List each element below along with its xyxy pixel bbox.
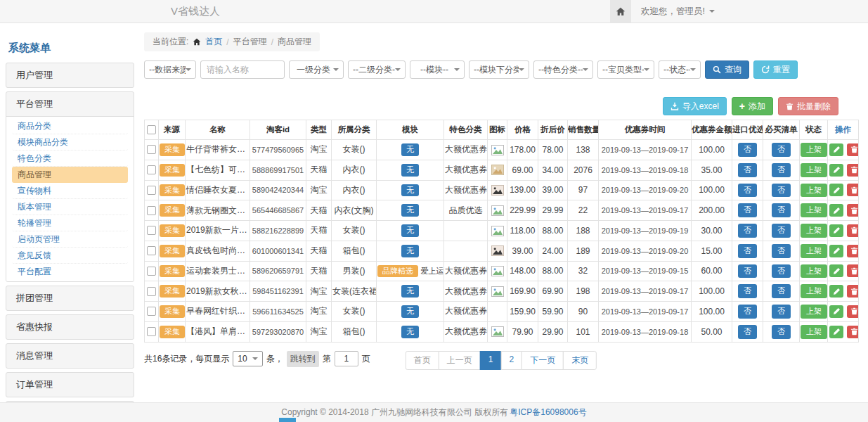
status-button[interactable]: 上架 xyxy=(801,203,827,217)
row-checkbox[interactable] xyxy=(147,165,156,174)
row-checkbox[interactable] xyxy=(147,226,156,235)
icp-link[interactable]: 粤ICP备16098006号 xyxy=(510,407,586,418)
sidebar-subitem[interactable]: 版本管理 xyxy=(12,199,128,215)
sidebar-subitem[interactable]: 平台配置 xyxy=(12,264,128,280)
page-number-input[interactable] xyxy=(335,351,358,366)
import-select-toggle[interactable]: 否 xyxy=(738,325,757,339)
filter-select[interactable]: --二级分类-- xyxy=(348,60,406,79)
delete-button[interactable] xyxy=(847,184,858,196)
sidebar-group-label[interactable]: 消息管理 xyxy=(6,344,134,368)
import-select-toggle[interactable]: 否 xyxy=(738,305,757,319)
edit-button[interactable] xyxy=(829,245,843,257)
must-buy-toggle[interactable]: 否 xyxy=(772,163,791,177)
user-menu[interactable]: 欢迎您，管理员! xyxy=(631,0,725,23)
page-button[interactable]: 首页 xyxy=(406,351,439,370)
must-buy-toggle[interactable]: 否 xyxy=(772,305,791,319)
sidebar-group-label[interactable]: 拼团管理 xyxy=(6,286,134,310)
edit-button[interactable] xyxy=(829,264,843,277)
edit-button[interactable] xyxy=(829,224,843,237)
status-button[interactable]: 上架 xyxy=(801,184,827,198)
page-button[interactable]: 2 xyxy=(501,351,523,370)
status-button[interactable]: 上架 xyxy=(801,163,827,177)
row-checkbox[interactable] xyxy=(147,246,156,255)
must-buy-toggle[interactable]: 否 xyxy=(772,143,791,157)
name-search-input[interactable] xyxy=(200,60,285,79)
status-button[interactable]: 上架 xyxy=(801,244,827,258)
delete-button[interactable] xyxy=(847,245,858,257)
must-buy-toggle[interactable]: 否 xyxy=(772,325,791,339)
edit-button[interactable] xyxy=(829,326,843,338)
must-buy-toggle[interactable]: 否 xyxy=(772,284,791,298)
search-button[interactable]: 查询 xyxy=(705,60,749,79)
sidebar-group-label[interactable]: 用户管理 xyxy=(6,63,134,87)
sidebar-subitem[interactable]: 轮播管理 xyxy=(12,215,128,231)
must-buy-toggle[interactable]: 否 xyxy=(772,203,791,217)
breadcrumb-home-link[interactable]: 首页 xyxy=(205,36,222,48)
status-button[interactable]: 上架 xyxy=(801,284,827,298)
page-button[interactable]: 上一页 xyxy=(439,351,481,370)
row-checkbox[interactable] xyxy=(147,307,156,316)
status-button[interactable]: 上架 xyxy=(801,325,827,339)
delete-button[interactable] xyxy=(847,204,858,217)
filter-select[interactable]: --状态-- xyxy=(659,60,701,79)
add-button[interactable]: + 添加 xyxy=(732,97,773,115)
must-buy-toggle[interactable]: 否 xyxy=(772,184,791,198)
jump-button[interactable]: 跳转到 xyxy=(287,351,319,367)
must-buy-toggle[interactable]: 否 xyxy=(772,224,791,238)
edit-button[interactable] xyxy=(829,285,843,298)
sidebar-group-label[interactable]: 省惠快报 xyxy=(6,315,134,339)
must-buy-toggle[interactable]: 否 xyxy=(772,264,791,279)
import-select-toggle[interactable]: 否 xyxy=(738,224,757,238)
delete-button[interactable] xyxy=(847,143,858,156)
row-checkbox[interactable] xyxy=(147,327,156,336)
status-button[interactable]: 上架 xyxy=(801,224,827,238)
edit-button[interactable] xyxy=(829,143,843,156)
filter-select[interactable]: --宝贝类型-- xyxy=(597,60,654,79)
import-excel-button[interactable]: 导入excel xyxy=(663,97,727,115)
sidebar-subitem[interactable]: 特色分类 xyxy=(12,151,128,167)
row-checkbox[interactable] xyxy=(147,206,156,215)
import-select-toggle[interactable]: 否 xyxy=(738,203,757,217)
must-buy-toggle[interactable]: 否 xyxy=(772,244,791,258)
sidebar-subitem[interactable]: 模块商品分类 xyxy=(12,134,128,151)
import-select-toggle[interactable]: 否 xyxy=(738,244,757,258)
sidebar-group-label[interactable]: 订单管理 xyxy=(6,373,134,397)
reset-button[interactable]: 重置 xyxy=(753,60,798,79)
sidebar-group-label[interactable]: 平台管理 xyxy=(6,92,134,116)
import-select-toggle[interactable]: 否 xyxy=(738,143,757,157)
filter-select[interactable]: --数据来源-- xyxy=(144,60,196,79)
row-checkbox[interactable] xyxy=(147,145,156,154)
horizontal-scrollbar-thumb[interactable] xyxy=(279,418,296,422)
status-button[interactable]: 上架 xyxy=(801,143,827,157)
import-select-toggle[interactable]: 否 xyxy=(738,163,757,177)
sidebar-subitem[interactable]: 宣传物料 xyxy=(12,183,128,199)
home-button[interactable] xyxy=(610,0,631,23)
import-select-toggle[interactable]: 否 xyxy=(738,284,757,298)
import-select-toggle[interactable]: 否 xyxy=(738,184,757,198)
sidebar-subitem[interactable]: 启动页管理 xyxy=(12,231,128,248)
status-button[interactable]: 上架 xyxy=(801,264,827,279)
delete-button[interactable] xyxy=(847,224,858,237)
filter-select[interactable]: --模块下分类-- xyxy=(469,60,529,79)
page-button[interactable]: 1 xyxy=(480,351,502,370)
sidebar-subitem[interactable]: 商品分类 xyxy=(12,118,128,134)
row-checkbox[interactable] xyxy=(147,287,156,296)
page-button[interactable]: 末页 xyxy=(563,351,597,370)
edit-button[interactable] xyxy=(829,305,843,318)
edit-button[interactable] xyxy=(829,204,843,217)
delete-button[interactable] xyxy=(847,264,858,277)
row-checkbox[interactable] xyxy=(147,267,156,276)
delete-button[interactable] xyxy=(847,285,858,298)
filter-select[interactable]: --特色分类-- xyxy=(533,60,593,79)
page-button[interactable]: 下一页 xyxy=(522,351,564,370)
sidebar-subitem[interactable]: 商品管理 xyxy=(12,167,128,183)
import-select-toggle[interactable]: 否 xyxy=(738,264,757,279)
edit-button[interactable] xyxy=(829,184,843,196)
select-all-checkbox[interactable] xyxy=(147,125,156,134)
per-page-select[interactable]: 10 xyxy=(233,351,262,366)
delete-button[interactable] xyxy=(847,164,858,177)
edit-button[interactable] xyxy=(829,164,843,177)
delete-button[interactable] xyxy=(847,305,858,318)
filter-select[interactable]: 一级分类 xyxy=(289,60,344,79)
row-checkbox[interactable] xyxy=(147,186,156,195)
